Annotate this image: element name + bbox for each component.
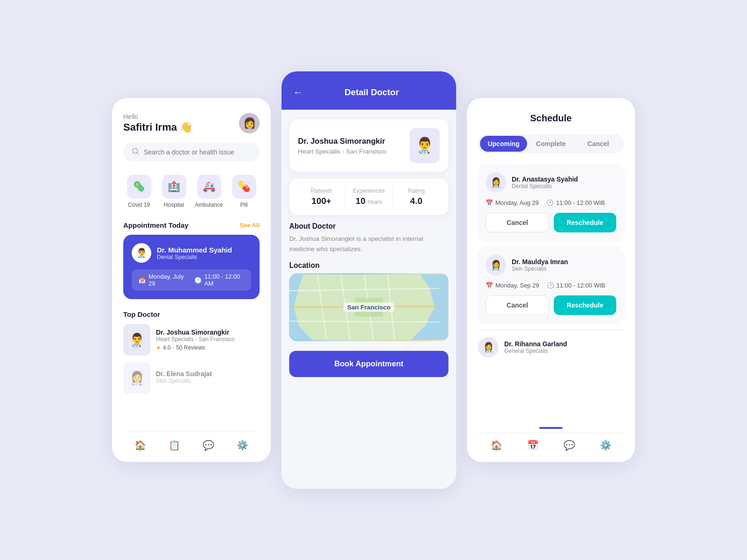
book-appointment-button[interactable]: Book Appointment: [289, 350, 448, 377]
top-doctor-label: Top Doctor: [123, 310, 260, 318]
stat-experiences: Experiences 10 Years: [345, 187, 393, 206]
stat-rating: Rating 4.0: [393, 187, 440, 206]
category-covid[interactable]: 🦠 Covid 19: [123, 175, 155, 208]
avatar: 👩: [239, 113, 260, 133]
third-doctor-row[interactable]: 👩‍⚕️ Dr. Rihanna Garland General Special…: [478, 330, 624, 364]
third-doctor-avatar: 👩‍⚕️: [478, 337, 499, 357]
category-label-ambulance: Ambulance: [195, 202, 223, 208]
top-doctor-specialty: Heart Specialis - San Fransisco: [156, 336, 234, 343]
appointment-section-title: Appointment Today: [123, 221, 189, 229]
screen-schedule: Schedule Upcoming Complete Cancel 👩‍⚕️ D…: [467, 98, 635, 462]
doctor-profile-card: Dr. Joshua Simorangkir Heart Specialis -…: [289, 119, 448, 172]
s3-nav-chat[interactable]: 💬: [564, 440, 575, 451]
search-icon: [132, 147, 139, 157]
s3-nav-home[interactable]: 🏠: [491, 440, 502, 451]
sched-time-row-2: 📅 Monday, Sep 29 🕐 11:00 - 12:00 WIB: [486, 282, 616, 289]
stats-card: Patients 100+ Experiences 10 Years Ratin…: [289, 179, 448, 215]
s3-nav-calendar[interactable]: 📅: [527, 440, 539, 451]
category-label-pill: Pill: [240, 202, 247, 208]
appt-time: 🕐 11:00 - 12:00 AM: [194, 273, 245, 287]
appt-doctor-avatar: 👨‍⚕️: [132, 243, 151, 263]
stat-patients-label: Patients: [311, 187, 332, 194]
stat-exp-label: Experiences: [353, 187, 385, 194]
doctor-rating: ★ 4.0 · 50 Reviews: [156, 344, 234, 351]
stat-rating-value: 4.0: [410, 196, 423, 206]
s3-nav-settings[interactable]: ⚙️: [600, 440, 612, 451]
schedule-card-1: 👩‍⚕️ Dr. Anastasya Syahid Dental Special…: [478, 165, 624, 240]
pill-icon: 💊: [232, 175, 256, 199]
appt-doctor-specialty: Dental Specialis: [157, 254, 232, 260]
tab-cancel[interactable]: Cancel: [575, 136, 622, 152]
top-doctor-name-2: Dr. Elena Sudrajat: [156, 370, 212, 378]
tab-row: Upcoming Complete Cancel: [478, 134, 624, 154]
stat-patients-value: 100+: [311, 196, 331, 206]
profile-doctor-image: 👨‍⚕️: [409, 128, 439, 163]
category-ambulance[interactable]: 🚑 Ambulance: [193, 175, 225, 208]
list-item[interactable]: 👨‍⚕️ Dr. Joshua Simorangkir Heart Specia…: [123, 324, 260, 356]
category-grid: 🦠 Covid 19 🏥 Hospital 🚑 Ambulance 💊 Pill: [123, 175, 260, 208]
see-all-button[interactable]: See All: [240, 222, 260, 229]
greeting-text: Hello: [123, 113, 192, 120]
nav-home[interactable]: 🏠: [134, 440, 146, 451]
map-city-label: San Francisco: [343, 302, 394, 312]
sched-avatar-2: 👩‍⚕️: [486, 255, 506, 275]
list-item[interactable]: 👩‍⚕️ Dr. Elena Sudrajat Skin Specialis: [123, 362, 260, 394]
stat-exp-value: 10: [356, 196, 366, 206]
appointment-card: 👨‍⚕️ Dr. Muhammed Syahid Dental Speciali…: [123, 235, 260, 299]
appt-doctor-name: Dr. Muhammed Syahid: [157, 246, 232, 254]
doctor-thumbnail: 👨‍⚕️: [123, 324, 150, 356]
nav-list[interactable]: 📋: [169, 440, 180, 451]
top-doctor-specialty-2: Skin Specialis: [156, 378, 212, 384]
third-doctor-specialty: General Specialis: [504, 348, 567, 354]
calendar-icon-1: 📅: [486, 199, 493, 206]
search-input[interactable]: [144, 148, 251, 156]
category-label-hospital: Hospital: [164, 202, 184, 208]
sched-time-row-1: 📅 Monday, Aug 29 🕐 11:00 - 12:00 WIB: [486, 199, 616, 206]
cancel-button-2[interactable]: Cancel: [486, 295, 549, 315]
nav-settings[interactable]: ⚙️: [237, 440, 248, 451]
location-section: Location San: [289, 261, 448, 341]
svg-line-1: [137, 153, 138, 154]
stat-rating-label: Rating: [408, 187, 425, 194]
schedule-title: Schedule: [478, 113, 624, 124]
reschedule-button-1[interactable]: Reschedule: [554, 213, 616, 232]
user-name: Safitri Irma 👋: [123, 121, 192, 133]
appt-date: 📅 Monday, July 29: [138, 273, 187, 287]
star-icon: ★: [156, 344, 161, 351]
doctor-thumbnail: 👩‍⚕️: [123, 362, 150, 394]
covid-icon: 🦠: [127, 175, 151, 199]
ambulance-icon: 🚑: [197, 175, 221, 199]
back-button[interactable]: ←: [293, 87, 303, 98]
reschedule-button-2[interactable]: Reschedule: [554, 295, 616, 315]
screen-home: Hello Safitri Irma 👋 👩 🦠 Covid 19 🏥 Hosp…: [112, 98, 271, 462]
about-text: Dr. Joshua Simorangkir is a specialist i…: [289, 234, 448, 254]
search-bar[interactable]: [123, 143, 260, 161]
calendar-icon: 📅: [138, 277, 146, 284]
about-title: About Doctor: [289, 222, 448, 230]
sched-actions-1: Cancel Reschedule: [486, 213, 616, 232]
sched-doc-spec-1: Dental Specialis: [512, 183, 578, 189]
hospital-icon: 🏥: [162, 175, 186, 199]
stat-patients: Patients 100+: [298, 187, 345, 206]
cancel-button-1[interactable]: Cancel: [486, 213, 549, 232]
map-box: San Francisco: [289, 273, 448, 341]
calendar-icon-2: 📅: [486, 282, 493, 289]
sched-date-2: 📅 Monday, Sep 29: [486, 282, 539, 289]
about-section: About Doctor Dr. Joshua Simorangkir is a…: [289, 222, 448, 254]
third-doctor-name: Dr. Rihanna Garland: [504, 340, 567, 348]
profile-doctor-name: Dr. Joshua Simorangkir: [298, 137, 386, 146]
category-pill[interactable]: 💊 Pill: [228, 175, 260, 208]
clock-icon-2: 🕐: [547, 282, 554, 289]
sched-doc-spec-2: Skin Specialis: [512, 266, 568, 272]
sched-doc-name-2: Dr. Mauldya Imran: [512, 258, 568, 266]
location-title: Location: [289, 261, 448, 269]
tab-complete[interactable]: Complete: [527, 136, 574, 152]
category-label-covid: Covid 19: [128, 202, 150, 208]
schedule-card-2: 👩‍⚕️ Dr. Mauldya Imran Skin Specialis 📅 …: [478, 247, 624, 322]
sched-actions-2: Cancel Reschedule: [486, 295, 616, 315]
bottom-bar-indicator: [539, 427, 563, 429]
tab-upcoming[interactable]: Upcoming: [480, 136, 527, 152]
category-hospital[interactable]: 🏥 Hospital: [158, 175, 190, 208]
sched-date-1: 📅 Monday, Aug 29: [486, 199, 539, 206]
nav-chat[interactable]: 💬: [203, 440, 214, 451]
